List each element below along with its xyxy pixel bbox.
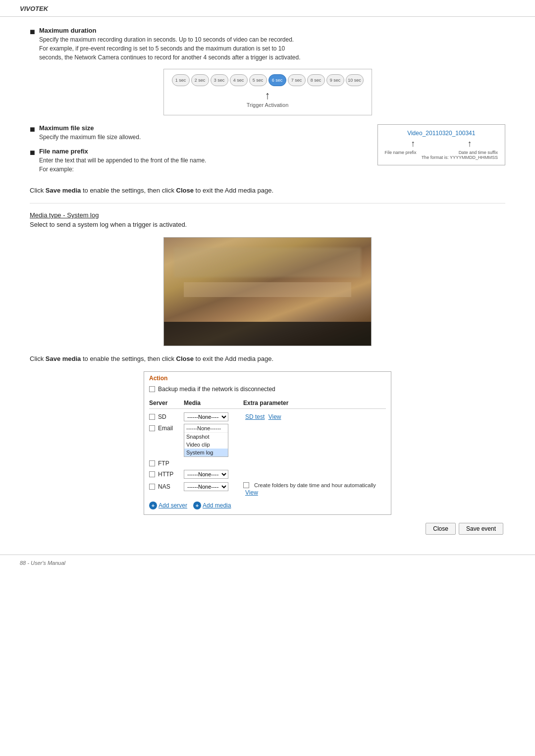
add-server-label: Add server [159,502,187,509]
timer-box-1: 1 sec [172,74,190,86]
http-checkbox[interactable] [149,471,155,477]
nas-media-select[interactable]: ------None------ Snapshot Video clip Sys… [184,482,228,491]
http-media-select[interactable]: ------None------ Snapshot Video clip Sys… [184,470,228,479]
add-server-button[interactable]: + Add server [149,502,187,509]
trigger-label: Trigger Activation [172,102,364,108]
save-event-button[interactable]: Save event [459,523,503,535]
close-bold-2: Close [176,355,194,362]
media-type-heading: Media type - System log [30,211,505,219]
close-bold-1: Close [176,187,194,194]
file-name-prefix-content: File name prefix Enter the text that wil… [39,148,363,174]
add-server-icon: + [149,502,157,509]
filename-diagram-wrapper: Video_20110320_100341 ↑ ↑ File name pref… [377,124,505,165]
footer-text: 88 - User's Manual [20,560,65,566]
format-label: The format is: YYYYMMDD_HHMMSS [422,155,498,160]
filename-example: Video_20110320_100341 [385,130,498,137]
timer-box-2: 2 sec [191,74,209,86]
timer-box-10: 10 sec [346,74,364,86]
max-duration-content: Maximum duration Specify the maximum rec… [39,27,505,62]
save-media-bold-2: Save media [46,355,81,362]
file-name-prefix-desc2: For example: [39,165,363,174]
page-footer: 88 - User's Manual [0,554,535,571]
separator-1 [30,203,505,203]
timer-diagram-container: 1 sec 2 sec 3 sec 4 sec 5 sec 6 sec 7 se… [30,69,505,115]
server-email: Email [149,425,184,432]
timer-boxes: 1 sec 2 sec 3 sec 4 sec 5 sec 6 sec 7 se… [172,74,364,86]
max-file-size-desc: Specify the maximum file size allowed. [39,133,363,142]
email-checkbox[interactable] [149,425,155,431]
nas-checkbox[interactable] [149,484,155,490]
email-option-videoclip[interactable]: Video clip [184,441,228,449]
ftp-label: FTP [158,460,169,467]
table-row-http: HTTP ------None------ Snapshot Video cli… [149,468,386,480]
media-email: ------None------ Snapshot Video clip Sys… [184,424,243,457]
trigger-arrow: ↑ [172,90,364,101]
extra-nas: Create folders by date time and hour aut… [243,482,386,496]
server-http: HTTP [149,471,184,478]
sd-checkbox[interactable] [149,414,155,420]
table-header: Server Media Extra parameter [149,398,386,409]
max-duration-desc3: seconds, the Network Camera continues to… [39,53,505,62]
file-name-prefix-desc1: Enter the text that will be appended to … [39,156,363,165]
backup-row: Backup media if the network is disconnec… [149,386,386,393]
timer-box-3: 3 sec [211,74,228,86]
filename-arrows: ↑ ↑ [385,139,498,149]
media-sd: ------None------ Snapshot Video clip Sys… [184,412,243,421]
arrow-suffix: ↑ [467,139,472,149]
create-folders-checkbox[interactable] [243,482,249,488]
server-nas: NAS [149,483,184,490]
save-media-text-2: Click Save media to enable the settings,… [30,355,505,362]
add-media-button[interactable]: + Add media [193,502,231,509]
add-media-icon: + [193,502,201,509]
table-row-sd: SD ------None------ Snapshot Video clip … [149,411,386,423]
timer-box-4: 4 sec [230,74,248,86]
max-duration-section: ■ Maximum duration Specify the maximum r… [30,27,505,62]
sd-view-link[interactable]: View [268,413,281,420]
brand-logo: VIVOTEK [20,5,48,12]
timer-box-9: 9 sec [326,74,344,86]
backup-checkbox[interactable] [149,386,155,392]
media-type-system-log-section: Media type - System log Select to send a… [30,211,505,228]
close-button[interactable]: Close [426,523,456,535]
table-row-ftp: FTP [149,458,386,468]
table-row-email: Email ------None------ Snapshot Video cl… [149,423,386,458]
header-server: Server [149,400,184,406]
timer-diagram: 1 sec 2 sec 3 sec 4 sec 5 sec 6 sec 7 se… [163,69,372,115]
filename-labels: File name prefix Date and time suffix Th… [385,150,498,160]
suffix-labels: Date and time suffix The format is: YYYY… [422,150,498,160]
email-option-systemlog[interactable]: System log [184,449,228,456]
system-log-desc: Select to send a system log when a trigg… [30,221,505,228]
sd-label: SD [158,413,166,420]
add-media-label: Add media [203,502,231,509]
max-duration-desc1: Specify the maximum recording duration i… [39,35,505,44]
max-file-size-content: Maximum file size Specify the maximum fi… [39,124,363,142]
media-nas: ------None------ Snapshot Video clip Sys… [184,482,243,491]
sd-test-link[interactable]: SD test [245,413,265,420]
save-media-text-1: Click Save media to enable the settings,… [30,187,505,194]
bottom-buttons: Close Save event [30,523,505,535]
file-name-prefix-section: ■ File name prefix Enter the text that w… [30,148,363,174]
filename-diagram: Video_20110320_100341 ↑ ↑ File name pref… [377,124,505,165]
prefix-label: File name prefix [385,150,417,160]
header-extra: Extra parameter [243,400,386,406]
extra-sd: SD test View [243,413,386,420]
bullet-icon-3: ■ [30,148,35,158]
email-dropdown-open[interactable]: ------None------ Snapshot Video clip Sys… [184,424,228,457]
timer-box-5: 5 sec [249,74,267,86]
email-option-snapshot[interactable]: Snapshot [184,433,228,441]
timer-box-8: 8 sec [307,74,325,86]
max-duration-title: Maximum duration [39,27,505,34]
server-ftp: FTP [149,460,184,467]
max-file-size-title: Maximum file size [39,124,363,132]
max-file-size-section: ■ Maximum file size Specify the maximum … [30,124,363,142]
system-log-screenshot [163,237,372,346]
email-option-none[interactable]: ------None------ [184,424,228,433]
backup-label: Backup media if the network is disconnec… [158,386,275,393]
create-folders-label: Create folders by date time and hour aut… [254,482,376,488]
file-name-prefix-title: File name prefix [39,148,363,155]
action-panel-header: Action [144,372,391,383]
nas-view-link[interactable]: View [245,489,386,496]
sd-media-select[interactable]: ------None------ Snapshot Video clip Sys… [184,412,228,421]
ftp-checkbox[interactable] [149,460,155,466]
http-label: HTTP [158,471,173,478]
